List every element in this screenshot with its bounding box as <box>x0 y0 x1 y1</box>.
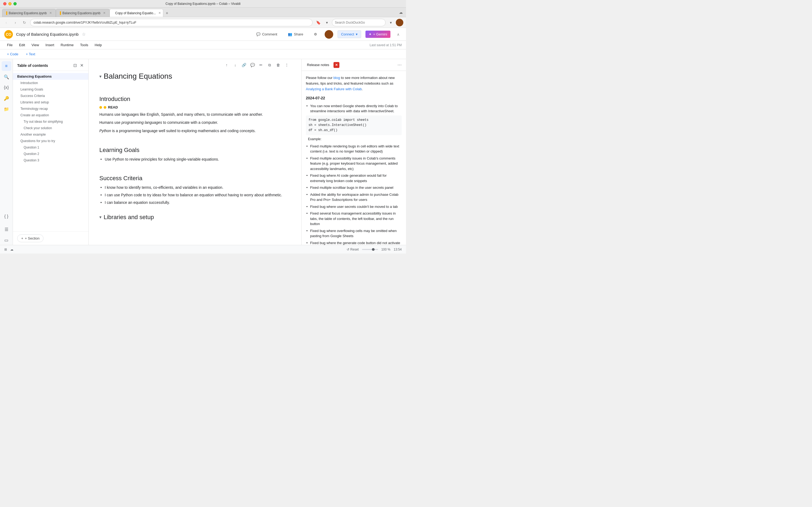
zoom-control[interactable] <box>362 249 378 250</box>
terminal-icon[interactable]: ▭ <box>2 235 11 245</box>
menu-tools[interactable]: Tools <box>77 42 91 48</box>
search-icon[interactable]: 🔍 <box>2 72 11 81</box>
add-section-button[interactable]: + + Section <box>17 234 44 242</box>
sidebar-panel-icon[interactable]: ⊡ <box>73 62 77 68</box>
menu-edit[interactable]: Edit <box>16 42 27 48</box>
traffic-lights[interactable] <box>3 2 17 5</box>
user-avatar[interactable] <box>396 19 403 26</box>
toc-item-questions[interactable]: Questions for you to try <box>13 138 89 144</box>
tab-3[interactable]: Copy of Balancing Equatio... ✕ <box>110 9 163 17</box>
rp-bullet-4: Fixed bug where AI code generation would… <box>306 173 402 183</box>
zoom-slider[interactable] <box>362 249 378 250</box>
toc-item-q1[interactable]: Question 1 <box>13 144 89 151</box>
secrets-icon[interactable]: 🔑 <box>2 94 11 103</box>
gemini-icon: ✦ <box>369 32 371 36</box>
add-text-button[interactable]: + Text <box>23 51 38 57</box>
close-release-notes-button[interactable]: ✕ <box>334 62 339 68</box>
success-bullet-2: I can use Python code to try ideas for h… <box>99 192 291 198</box>
command-palette-icon[interactable]: ☰ <box>2 225 11 234</box>
menu-view[interactable]: View <box>29 42 42 48</box>
toc-item-balancing[interactable]: Balancing Equations <box>13 73 89 80</box>
panel-more-button[interactable]: ⋯ <box>396 61 403 68</box>
toc-item-libraries[interactable]: Libraries and setup <box>13 99 89 106</box>
bottom-cloud-icon[interactable]: ☁ <box>10 247 13 251</box>
move-up-button[interactable]: ↑ <box>223 61 230 69</box>
edit-button[interactable]: ✏ <box>257 61 265 69</box>
share-button[interactable]: 👥 Share <box>285 31 306 38</box>
toc-item-introduction[interactable]: Introduction <box>13 80 89 86</box>
menu-help[interactable]: Help <box>92 42 105 48</box>
tab-close-1[interactable]: ✕ <box>49 11 52 15</box>
zoom-thumb[interactable] <box>372 248 374 251</box>
success-bullet-1: I know how to identify terms, co-efficie… <box>99 184 291 190</box>
toc-item-q2[interactable]: Question 2 <box>13 151 89 157</box>
new-tab-button[interactable]: + <box>163 9 171 17</box>
toc-item-learning-goals[interactable]: Learning Goals <box>13 86 89 93</box>
title-bar: Copy of Balancing Equations.ipynb – Cola… <box>0 0 406 7</box>
notebook-area[interactable]: ↑ ↓ 🔗 💬 ✏ ⧉ 🗑 ⋮ ▾ Balancing Equations In… <box>89 59 301 245</box>
star-icon[interactable]: ☆ <box>82 32 85 37</box>
menu-runtime[interactable]: Runtime <box>58 42 76 48</box>
toc-item-terminology[interactable]: Terminology recap <box>13 106 89 112</box>
menu-file[interactable]: File <box>4 42 15 48</box>
cloud-icon[interactable]: ☁ <box>399 10 403 14</box>
address-input[interactable] <box>30 19 312 26</box>
move-down-button[interactable]: ↓ <box>231 61 239 69</box>
gear-icon: ⚙ <box>314 32 317 36</box>
tab-1[interactable]: Balancing Equations.ipynb ✕ <box>2 9 56 17</box>
toc-item-success-criteria[interactable]: Success Criteria <box>13 93 89 99</box>
rp-bullet-1: You can now embed Google sheets directly… <box>306 103 402 114</box>
close-button[interactable] <box>3 2 6 5</box>
sidebar-close-icon[interactable]: ✕ <box>79 62 84 68</box>
tab-close-2[interactable]: ✕ <box>103 11 106 15</box>
plus-section-icon: + <box>21 236 23 240</box>
menu-insert[interactable]: Insert <box>43 42 57 48</box>
forward-button[interactable]: › <box>12 19 19 26</box>
collapse-h1-button[interactable]: ▾ <box>99 74 102 79</box>
duplicate-button[interactable]: ⧉ <box>266 61 273 69</box>
right-panel-content[interactable]: Please follow our blog to see more infor… <box>301 71 406 245</box>
user-avatar-header[interactable] <box>325 30 333 39</box>
toc-item-try-out[interactable]: Try out ideas for simplifying <box>13 118 89 125</box>
notebook-h1: Balancing Equations <box>104 72 172 80</box>
add-code-button[interactable]: + Code <box>4 51 21 57</box>
variables-icon[interactable]: {x} <box>2 83 11 92</box>
comment-cell-button[interactable]: 💬 <box>249 61 256 69</box>
comment-button[interactable]: 💬 Comment <box>253 31 280 38</box>
tab-close-3[interactable]: ✕ <box>159 11 161 15</box>
bookmark-icon[interactable]: 🔖 <box>315 19 322 26</box>
files-icon[interactable]: 📁 <box>2 104 11 114</box>
italic-python: Python <box>99 129 111 133</box>
main-content: ≡ 🔍 {x} 🔑 📁 { } ☰ ▭ Table of contents ⊡ … <box>0 59 406 245</box>
tab-2[interactable]: Balancing Equations.ipynb ✕ <box>56 9 110 17</box>
release-notes-tab[interactable]: Release notes <box>305 62 331 68</box>
back-button[interactable]: ‹ <box>3 19 10 26</box>
settings-button[interactable]: ⚙ <box>311 31 321 38</box>
blog-link[interactable]: blog <box>334 76 340 80</box>
intro-para-1: Humans use languages like English, Spani… <box>99 111 291 117</box>
more-cell-options[interactable]: ⋮ <box>283 61 291 69</box>
bottom-panel-icon[interactable]: ⊞ <box>4 247 7 251</box>
search-input[interactable] <box>332 19 386 26</box>
collapse-libraries-button[interactable]: ▾ <box>99 215 102 220</box>
collapse-header-button[interactable]: ∧ <box>395 31 402 38</box>
search-chevron-icon[interactable]: ▾ <box>387 19 394 26</box>
gemini-button[interactable]: ✦ + Gemini <box>365 31 391 38</box>
reset-label[interactable]: ↺ Reset <box>347 247 359 251</box>
notebook-link[interactable]: Analyzing a Bank Failure with Colab <box>306 87 362 91</box>
dropdown-icon[interactable]: ▾ <box>323 19 330 26</box>
code-snippets-icon[interactable]: { } <box>2 212 11 221</box>
minimize-button[interactable] <box>8 2 11 5</box>
toc-item-q3[interactable]: Question 3 <box>13 157 89 164</box>
connect-button[interactable]: Connect ▾ <box>338 30 361 38</box>
delete-button[interactable]: 🗑 <box>275 61 282 69</box>
toc-item-check-solution[interactable]: Check your solution <box>13 125 89 131</box>
tab-favicon-2 <box>60 11 61 15</box>
reload-button[interactable]: ↻ <box>21 19 28 26</box>
toc-item-another-example[interactable]: Another example <box>13 131 89 138</box>
toc-item-create-equation[interactable]: Create an equation <box>13 112 89 118</box>
maximize-button[interactable] <box>13 2 17 5</box>
link-button[interactable]: 🔗 <box>240 61 247 69</box>
tab-bar: Balancing Equations.ipynb ✕ Balancing Eq… <box>0 7 406 17</box>
toc-icon[interactable]: ≡ <box>2 61 11 71</box>
